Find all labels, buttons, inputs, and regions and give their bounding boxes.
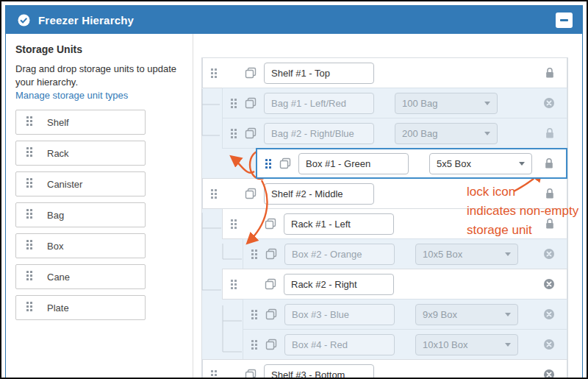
lock-icon xyxy=(545,67,555,79)
copy-button[interactable] xyxy=(245,67,257,79)
hierarchy-row: 10x5 Box xyxy=(243,238,567,269)
copy-button[interactable] xyxy=(245,97,257,109)
unit-name-input[interactable] xyxy=(284,274,394,295)
unit-name-input[interactable] xyxy=(264,63,374,84)
remove-button[interactable] xyxy=(543,278,555,290)
unit-type-item-shelf[interactable]: Shelf xyxy=(15,110,146,135)
unit-type-label: Canister xyxy=(47,179,82,190)
collapse-node-button[interactable] xyxy=(245,278,257,291)
lock-icon xyxy=(544,157,554,169)
unit-name-input[interactable] xyxy=(264,183,374,205)
unit-type-item-canister[interactable]: Canister xyxy=(15,171,146,196)
unit-type-select[interactable]: 100 Bag xyxy=(395,93,498,114)
manage-unit-types-link[interactable]: Manage storage unit types xyxy=(15,90,128,101)
drag-handle-icon[interactable] xyxy=(251,249,258,260)
copy-button[interactable] xyxy=(279,157,291,169)
collapse-node-button[interactable] xyxy=(245,218,257,230)
drag-handle-icon[interactable] xyxy=(251,309,258,320)
unit-type-item-cane[interactable]: Cane xyxy=(15,264,146,289)
check-circle-icon xyxy=(18,14,30,26)
drag-handle-icon[interactable] xyxy=(265,158,272,169)
copy-button[interactable] xyxy=(265,339,277,350)
remove-button[interactable] xyxy=(543,97,555,109)
copy-button[interactable] xyxy=(245,369,257,379)
unit-type-item-plate[interactable]: Plate xyxy=(15,295,146,320)
drag-handle-icon[interactable] xyxy=(230,98,237,109)
child-rows-group: 100 Bag200 Bag5x5 Box xyxy=(202,88,567,179)
unit-type-list: ShelfRackCanisterBagBoxCanePlate xyxy=(15,110,184,320)
unit-name-input[interactable] xyxy=(284,244,395,265)
selected-type-label: 100 Bag xyxy=(402,98,437,109)
minus-icon xyxy=(228,374,234,375)
collapse-panel-button[interactable] xyxy=(556,13,573,28)
minus-icon xyxy=(248,223,254,224)
unit-name-input[interactable] xyxy=(284,304,395,325)
unit-name-input[interactable] xyxy=(264,123,374,144)
unit-type-select[interactable]: 10x10 Box xyxy=(415,334,518,355)
drag-handle-icon xyxy=(26,239,33,253)
copy-button[interactable] xyxy=(245,188,257,199)
child-rows-group: 10x5 Box9x9 Box10x10 Box xyxy=(202,208,567,360)
panel-title: Freezer Hierarchy xyxy=(38,14,134,26)
selected-type-label: 200 Bag xyxy=(402,128,437,139)
copy-button[interactable] xyxy=(265,248,277,260)
unit-type-select[interactable]: 5x5 Box xyxy=(429,153,532,174)
hierarchy-row: 200 Bag xyxy=(222,118,567,149)
selected-type-label: 10x5 Box xyxy=(423,249,462,260)
lock-icon xyxy=(545,188,555,199)
hierarchy-row xyxy=(202,359,567,379)
unit-name-input[interactable] xyxy=(264,93,374,114)
lock-icon xyxy=(545,127,555,139)
minus-icon xyxy=(228,72,234,74)
copy-button[interactable] xyxy=(265,218,276,230)
copy-button[interactable] xyxy=(265,278,276,290)
drag-handle-icon[interactable] xyxy=(210,188,218,199)
selected-type-label: 9x9 Box xyxy=(423,309,457,320)
drag-handle-icon xyxy=(26,301,33,315)
unit-type-item-rack[interactable]: Rack xyxy=(15,141,146,166)
unit-name-input[interactable] xyxy=(264,364,374,379)
caret-down-icon xyxy=(505,313,511,316)
caret-down-icon xyxy=(484,132,490,135)
drag-handle-icon[interactable] xyxy=(230,279,237,290)
drag-handle-icon[interactable] xyxy=(210,68,218,79)
drag-handle-icon xyxy=(26,208,33,222)
hierarchy-row xyxy=(222,269,567,300)
remove-button[interactable] xyxy=(543,308,555,320)
caret-down-icon xyxy=(505,343,511,347)
unit-name-input[interactable] xyxy=(298,153,409,174)
unit-type-item-box[interactable]: Box xyxy=(15,233,146,258)
hierarchy-tree: 100 Bag200 Bag5x5 Box10x5 Box9x9 Box10x1… xyxy=(201,57,568,379)
unit-type-select[interactable]: 9x9 Box xyxy=(415,304,518,325)
drag-handle-icon[interactable] xyxy=(230,219,237,230)
unit-name-input[interactable] xyxy=(284,213,394,235)
drag-handle-icon xyxy=(26,146,33,160)
sidebar-heading: Storage Units xyxy=(15,43,184,55)
collapse-node-button[interactable] xyxy=(225,369,237,379)
panel-body: Storage Units Drag and drop storage unit… xyxy=(6,34,582,379)
remove-button[interactable] xyxy=(543,369,555,379)
hierarchy-row xyxy=(222,208,567,239)
minus-icon xyxy=(560,19,568,21)
copy-button[interactable] xyxy=(245,127,257,139)
drag-handle-icon xyxy=(26,177,33,191)
caret-down-icon xyxy=(519,162,525,166)
drag-handle-icon[interactable] xyxy=(210,369,218,379)
unit-type-select[interactable]: 10x5 Box xyxy=(415,244,518,265)
drag-handle-icon[interactable] xyxy=(251,339,258,350)
hierarchy-row: 9x9 Box xyxy=(243,299,567,330)
unit-type-select[interactable]: 200 Bag xyxy=(395,123,498,144)
collapse-node-button[interactable] xyxy=(225,188,237,200)
lock-icon xyxy=(545,218,555,230)
collapse-node-button[interactable] xyxy=(225,67,237,79)
remove-button[interactable] xyxy=(543,339,555,350)
unit-name-input[interactable] xyxy=(284,334,395,355)
drag-handle-icon[interactable] xyxy=(230,128,237,139)
remove-button[interactable] xyxy=(543,248,555,260)
sidebar-description: Drag and drop storage units to update yo… xyxy=(15,63,184,88)
caret-down-icon xyxy=(505,252,511,256)
unit-type-label: Bag xyxy=(47,210,64,221)
unit-type-item-bag[interactable]: Bag xyxy=(15,202,146,227)
selected-type-label: 10x10 Box xyxy=(423,339,467,350)
copy-button[interactable] xyxy=(265,308,277,320)
